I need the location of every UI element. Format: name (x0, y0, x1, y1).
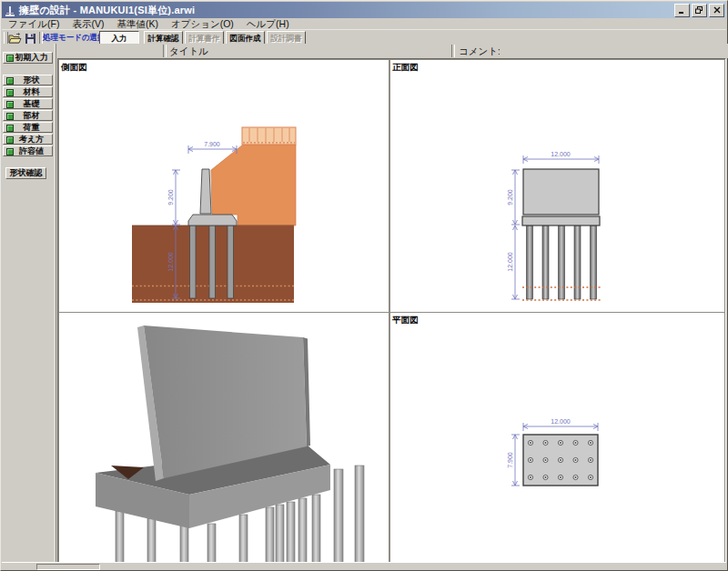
shape-confirm-button[interactable]: 形状確認 (5, 167, 46, 179)
sidebar-item-member[interactable]: 部材 (3, 110, 53, 121)
menu-view[interactable]: 表示(V) (66, 18, 110, 29)
mode-select-label: 処理モードの選択 (43, 32, 99, 44)
comment-field-label: コメント: (459, 44, 500, 58)
mode-button-report[interactable]: 計算書作成 (185, 31, 224, 45)
sidebar-item-initial-input[interactable]: 初期入力 (3, 52, 53, 64)
green-square-icon (6, 55, 14, 62)
side-view-drawing: 7.900 9.200 12.000 (59, 60, 389, 312)
perspective-view-drawing (59, 313, 389, 563)
sidebar: 初期入力 形状 材料 基礎 部材 荷重 考え方 許容値 (1, 44, 56, 565)
perspective-view-panel (58, 312, 389, 564)
title-field[interactable] (208, 45, 447, 56)
menu-standards[interactable]: 基準値(K) (110, 18, 165, 29)
menu-help[interactable]: ヘルプ(H) (240, 18, 296, 29)
sidebar-item-load[interactable]: 荷重 (3, 122, 53, 133)
green-square-icon (6, 136, 14, 144)
sidebar-item-foundation[interactable]: 基礎 (3, 98, 53, 109)
sidebar-item-allowable[interactable]: 許容値 (3, 145, 53, 156)
dim-footing-width: 7.900 (204, 141, 220, 147)
side-view-label: 側面図 (61, 62, 87, 74)
front-view-panel: 正面図 (389, 59, 725, 313)
window-title: 擁壁の設計 - MANUKUI1(SI単位).arwi (19, 4, 195, 17)
dim-front-width: 12.000 (551, 151, 571, 157)
menu-file[interactable]: ファイル(F) (2, 18, 66, 29)
green-square-icon (6, 125, 14, 132)
sidebar-item-approach[interactable]: 考え方 (3, 134, 53, 145)
front-view-label: 正面図 (392, 62, 419, 74)
open-file-button[interactable] (8, 32, 22, 44)
plan-view-drawing: 12.000 7.900 (390, 313, 724, 563)
status-cell (36, 564, 100, 570)
titlebar: 擁壁の設計 - MANUKUI1(SI単位).arwi (2, 2, 726, 18)
menu-options[interactable]: オプション(O) (165, 18, 240, 29)
app-window: 擁壁の設計 - MANUKUI1(SI単位).arwi ファイル(F) 表示(V… (0, 0, 728, 571)
restore-button[interactable] (692, 4, 707, 17)
plan-view-panel: 平面図 (389, 312, 725, 564)
dim-pile-length: 12.000 (167, 252, 174, 272)
menubar: ファイル(F) 表示(V) 基準値(K) オプション(O) ヘルプ(H) (2, 18, 726, 29)
green-square-icon (6, 113, 14, 120)
close-button[interactable] (709, 4, 724, 17)
mode-button-input[interactable]: 入力 (99, 31, 139, 45)
sidebar-item-shape[interactable]: 形状 (3, 75, 53, 85)
green-square-icon (6, 89, 14, 96)
green-square-icon (6, 77, 14, 85)
drawing-area: 側面図 (57, 58, 726, 565)
dim-front-pile-length: 12.000 (507, 252, 513, 272)
title-field-label: タイトル: (169, 44, 211, 58)
app-icon (4, 5, 16, 16)
dim-plan-width: 12.000 (551, 418, 571, 425)
side-view-panel: 側面図 (58, 59, 389, 313)
mode-button-design-record[interactable]: 設計調書 (267, 31, 306, 45)
comment-field[interactable] (500, 45, 725, 56)
status-bar (2, 562, 726, 569)
front-view-drawing: 12.000 9.200 12.000 (390, 60, 724, 312)
plan-view-label: 平面図 (392, 315, 419, 326)
dim-front-wall-height: 9.200 (507, 189, 513, 205)
dim-wall-height: 9.200 (167, 189, 174, 205)
field-row: タイトル: コメント: (56, 44, 728, 58)
mode-button-calc-check[interactable]: 計算確認 (144, 31, 183, 45)
dim-plan-depth: 7.900 (507, 452, 513, 468)
mode-button-drawing[interactable]: 図面作成 (226, 31, 265, 45)
save-button[interactable] (25, 32, 38, 44)
minimize-button[interactable] (674, 4, 690, 17)
green-square-icon (6, 101, 14, 108)
green-square-icon (6, 148, 14, 155)
sidebar-item-material[interactable]: 材料 (3, 86, 53, 97)
